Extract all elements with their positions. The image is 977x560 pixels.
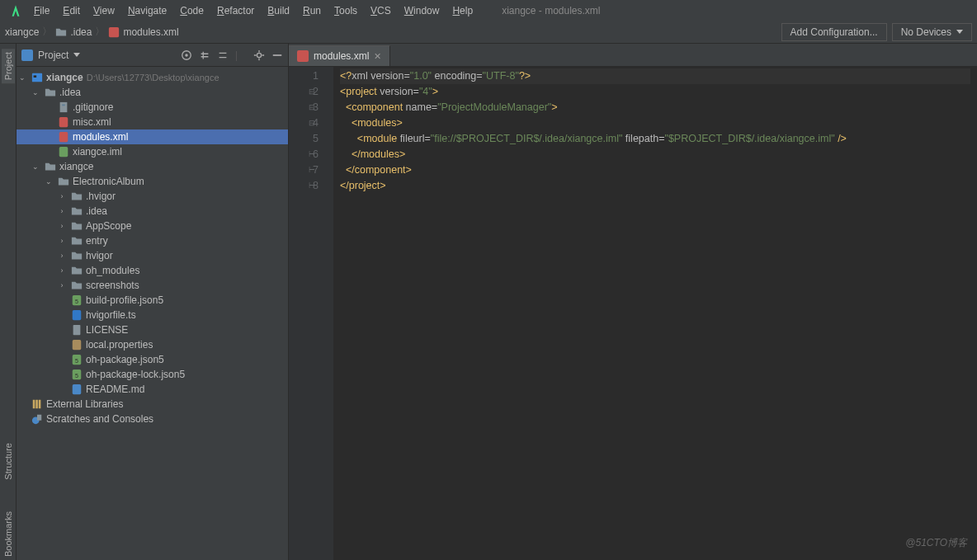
menu-view[interactable]: View bbox=[87, 2, 120, 19]
window-title: xiangce - modules.xml bbox=[502, 5, 600, 16]
tree-item[interactable]: 5build-profile.json5 bbox=[17, 293, 288, 308]
close-tab-icon[interactable]: ✕ bbox=[374, 51, 381, 62]
svg-rect-15 bbox=[73, 340, 82, 350]
tree-item[interactable]: README.md bbox=[17, 382, 288, 397]
tree-arrow-icon[interactable]: › bbox=[56, 237, 68, 245]
title-bar: FileEditViewNavigateCodeRefactorBuildRun… bbox=[0, 0, 977, 21]
tree-arrow-icon[interactable]: ⌄ bbox=[30, 162, 41, 171]
chevron-right-icon: 〉 bbox=[95, 25, 105, 39]
menu-tools[interactable]: Tools bbox=[328, 2, 363, 19]
editor-tab[interactable]: modules.xml ✕ bbox=[289, 45, 390, 66]
menu-build[interactable]: Build bbox=[262, 2, 295, 19]
project-panel-title[interactable]: Project bbox=[21, 49, 80, 61]
tree-arrow-icon[interactable]: › bbox=[56, 281, 68, 289]
gear-icon[interactable] bbox=[253, 49, 265, 61]
editor-body[interactable]: 12⊟3⊟4⊟56⊢7⊢8⊢ <?xml version="1.0" encod… bbox=[289, 67, 977, 560]
tree-item[interactable]: xiangce.iml bbox=[17, 144, 288, 159]
tree-item[interactable]: LICENSE bbox=[17, 322, 288, 337]
tree-item[interactable]: .gitignore bbox=[17, 100, 288, 115]
nav-bar: xiangce 〉 .idea 〉 modules.xml Add Config… bbox=[0, 21, 977, 44]
xml-file-icon bbox=[297, 50, 309, 62]
tree-arrow-icon[interactable]: › bbox=[56, 266, 68, 275]
svg-rect-0 bbox=[109, 26, 119, 36]
xml-file-icon bbox=[108, 26, 120, 38]
line-gutter: 12⊟3⊟4⊟56⊢7⊢8⊢ bbox=[289, 67, 333, 560]
svg-rect-1 bbox=[21, 49, 33, 61]
side-tab-structure[interactable]: Structure bbox=[2, 440, 15, 483]
editor-tabs: modules.xml ✕ bbox=[289, 44, 977, 67]
menu-bar: FileEditViewNavigateCodeRefactorBuildRun… bbox=[28, 2, 479, 19]
breadcrumb[interactable]: xiangce 〉 .idea 〉 modules.xml bbox=[5, 25, 179, 39]
menu-window[interactable]: Window bbox=[399, 2, 446, 19]
editor-tab-label: modules.xml bbox=[314, 50, 369, 62]
menu-refactor[interactable]: Refactor bbox=[211, 2, 260, 19]
tree-item[interactable]: ›entry bbox=[17, 233, 288, 248]
tree-item[interactable]: local.properties bbox=[17, 337, 288, 352]
tree-item[interactable]: ›AppScope bbox=[17, 219, 288, 233]
menu-edit[interactable]: Edit bbox=[57, 2, 86, 19]
tree-item[interactable]: ⌄.idea bbox=[17, 85, 288, 100]
side-tab-project[interactable]: Project bbox=[2, 49, 15, 83]
menu-navigate[interactable]: Navigate bbox=[122, 2, 172, 19]
tree-item[interactable]: misc.xml bbox=[17, 115, 288, 129]
tree-arrow-icon[interactable]: › bbox=[56, 192, 68, 200]
tree-item[interactable]: 5oh-package.json5 bbox=[17, 352, 288, 367]
svg-text:5: 5 bbox=[75, 373, 78, 379]
svg-point-4 bbox=[257, 53, 261, 57]
chevron-down-icon bbox=[73, 53, 80, 57]
project-panel-header: Project | bbox=[17, 44, 288, 67]
watermark: @51CTO博客 bbox=[905, 536, 967, 550]
breadcrumb-root[interactable]: xiangce bbox=[5, 26, 39, 38]
tree-arrow-icon[interactable]: › bbox=[56, 222, 68, 230]
svg-point-3 bbox=[185, 54, 188, 57]
menu-vcs[interactable]: VCS bbox=[365, 2, 397, 19]
project-tree[interactable]: ⌄xiangceD:\Users\12773\Desktop\xiangce⌄.… bbox=[17, 67, 288, 560]
svg-rect-14 bbox=[73, 325, 81, 335]
svg-rect-8 bbox=[59, 117, 68, 127]
svg-rect-9 bbox=[59, 132, 68, 142]
hide-icon[interactable] bbox=[271, 49, 283, 61]
select-opened-file-icon[interactable] bbox=[181, 49, 192, 61]
svg-text:5: 5 bbox=[75, 299, 78, 304]
svg-rect-7 bbox=[34, 75, 37, 78]
tree-item[interactable]: ›oh_modules bbox=[17, 263, 288, 278]
menu-code[interactable]: Code bbox=[174, 2, 210, 19]
menu-help[interactable]: Help bbox=[446, 2, 479, 19]
tree-arrow-icon[interactable]: ⌄ bbox=[17, 73, 28, 82]
tree-item[interactable]: ›.hvigor bbox=[17, 189, 288, 204]
tree-item[interactable]: hvigorfile.ts bbox=[17, 308, 288, 322]
tree-item[interactable]: 5oh-package-lock.json5 bbox=[17, 367, 288, 382]
breadcrumb-file[interactable]: modules.xml bbox=[123, 26, 178, 38]
tree-item[interactable]: ⌄xiangceD:\Users\12773\Desktop\xiangce bbox=[17, 70, 288, 85]
svg-rect-23 bbox=[297, 50, 309, 62]
menu-file[interactable]: File bbox=[28, 2, 55, 19]
tree-arrow-icon[interactable]: ⌄ bbox=[43, 177, 54, 186]
tree-item[interactable]: Scratches and Consoles bbox=[17, 412, 288, 426]
tree-item[interactable]: External Libraries bbox=[17, 397, 288, 412]
tree-arrow-icon[interactable]: ⌄ bbox=[30, 88, 41, 96]
project-icon bbox=[21, 49, 33, 61]
tree-item[interactable]: ⌄ElectronicAlbum bbox=[17, 174, 288, 189]
tree-arrow-icon[interactable]: › bbox=[56, 207, 68, 215]
svg-rect-22 bbox=[37, 415, 41, 421]
expand-all-icon[interactable] bbox=[199, 49, 210, 61]
tree-item[interactable]: ›.idea bbox=[17, 204, 288, 219]
breadcrumb-mid[interactable]: .idea bbox=[70, 26, 92, 38]
project-panel: Project | ⌄xiangceD:\Users\12773\Desktop… bbox=[17, 44, 289, 560]
collapse-all-icon[interactable] bbox=[217, 49, 229, 61]
devices-dropdown[interactable]: No Devices bbox=[892, 23, 972, 41]
tree-arrow-icon[interactable]: › bbox=[56, 252, 68, 260]
tree-item[interactable]: ›screenshots bbox=[17, 278, 288, 293]
left-tool-strip: Project Structure Bookmarks bbox=[0, 44, 17, 560]
tree-item[interactable]: ⌄xiangce bbox=[17, 159, 288, 174]
svg-text:5: 5 bbox=[75, 358, 78, 364]
code-content[interactable]: <?xml version="1.0" encoding="UTF-8"?><p… bbox=[333, 67, 977, 560]
folder-icon bbox=[55, 26, 67, 38]
add-configuration-button[interactable]: Add Configuration... bbox=[781, 23, 887, 41]
svg-rect-5 bbox=[273, 54, 282, 56]
menu-run[interactable]: Run bbox=[297, 2, 327, 19]
side-tab-bookmarks[interactable]: Bookmarks bbox=[2, 508, 15, 560]
tree-item[interactable]: ›hvigor bbox=[17, 248, 288, 263]
tree-item[interactable]: modules.xml bbox=[17, 129, 288, 144]
chevron-right-icon: 〉 bbox=[42, 25, 52, 39]
